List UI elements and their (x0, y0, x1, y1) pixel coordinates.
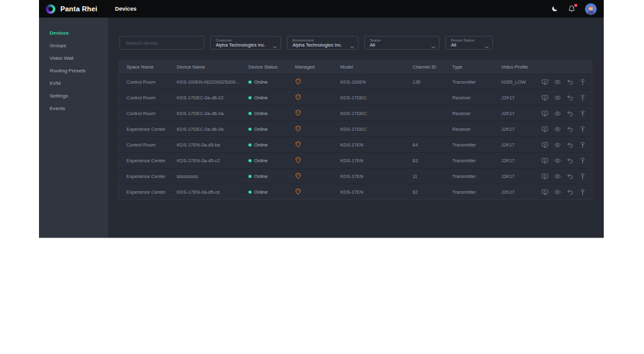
cell-device-name: KDS-17DEC-0a-d6-0a (177, 111, 248, 116)
page: Panta Rhei Devices (0, 0, 644, 354)
upgrade-icon[interactable] (579, 126, 586, 133)
cell-managed (295, 157, 340, 165)
space-dropdown[interactable]: Space All (364, 36, 440, 50)
upgrade-icon[interactable] (579, 157, 586, 164)
filter-bar: Customer Alpha Technologies Inc. Environ… (119, 36, 493, 50)
reboot-undo-icon[interactable] (567, 94, 574, 101)
sidebar-item-kvm[interactable]: KVM (39, 77, 108, 90)
table-body: Control RoomKDS-100EN-062200025000...Onl… (119, 74, 592, 199)
cell-device-status: Online (248, 126, 295, 132)
cell-managed (295, 109, 340, 118)
table-row[interactable]: Control RoomKDS-100EN-062200025000...Onl… (119, 74, 592, 89)
status-label: Online (254, 111, 268, 116)
cell-channel-id: 11 (413, 174, 452, 179)
table-row[interactable]: Control RoomKDS-17DEC-0a-d6-0aOnlineKDS-… (119, 105, 592, 121)
cell-channel-id: 64 (413, 142, 452, 148)
online-status-dot (248, 112, 252, 115)
cell-model: KDS-100EN (340, 79, 413, 85)
online-status-dot (248, 143, 252, 147)
upgrade-icon[interactable] (579, 189, 586, 196)
remote-screen-icon[interactable] (541, 94, 548, 101)
upgrade-icon[interactable] (579, 141, 586, 148)
cell-type: Receiver (452, 126, 501, 132)
search-input[interactable] (119, 36, 204, 50)
remote-screen-icon[interactable] (541, 79, 548, 86)
view-eye-icon[interactable] (554, 189, 561, 196)
chevron-down-icon (272, 41, 277, 46)
remote-screen-icon[interactable] (541, 173, 548, 180)
sidebar-item-groups[interactable]: Groups (39, 40, 108, 52)
column-header: Type (452, 64, 501, 70)
remote-screen-icon[interactable] (541, 157, 548, 164)
cell-type: Receiver (452, 95, 501, 101)
sidebar-item-routing-presets[interactable]: Routing Presets (39, 65, 108, 77)
table-row[interactable]: Control RoomKDS-17DEC-0a-d6-02OnlineKDS-… (119, 89, 592, 105)
environment-dropdown[interactable]: Environment Alpha Technologies Inc. (287, 36, 358, 50)
chevron-down-icon (431, 41, 436, 46)
cell-model: KDS-17EN (340, 158, 413, 163)
status-label: Online (254, 189, 268, 195)
device-status-dropdown[interactable]: Device Status All (445, 36, 493, 50)
cell-managed (295, 141, 340, 149)
online-status-dot (248, 191, 252, 194)
chevron-down-icon (484, 41, 489, 46)
cell-device-name: KDS-17DEC-0a-d6-02 (177, 95, 248, 101)
view-eye-icon[interactable] (554, 126, 561, 133)
reboot-undo-icon[interactable] (567, 189, 574, 196)
sidebar-item-settings[interactable]: Settings (39, 90, 108, 102)
bell-icon[interactable] (568, 5, 575, 13)
table-row[interactable]: Control RoomKDS-17EN-0a-d5-beOnlineKDS-1… (119, 136, 592, 152)
brand-name: Panta Rhei (60, 5, 97, 13)
status-label: Online (254, 142, 268, 148)
table-row[interactable]: Experience CenterKDS-17EN-0a-d5-ceOnline… (119, 184, 592, 199)
cell-model: KDS-17EN (340, 189, 413, 195)
table-row[interactable]: Experience CentersssssssssOnlineKDS-17EN… (119, 168, 592, 184)
cell-model: KDS-17EN (340, 142, 413, 148)
reboot-undo-icon[interactable] (567, 79, 574, 86)
remote-screen-icon[interactable] (541, 126, 548, 133)
upgrade-icon[interactable] (579, 79, 586, 86)
sidebar-item-video-wall[interactable]: Video Wall (39, 52, 108, 65)
cell-channel-id: 62 (413, 189, 452, 195)
table-row[interactable]: Experience CenterKDS-17EN-0a-d5-c2Online… (119, 152, 592, 168)
remote-screen-icon[interactable] (541, 141, 548, 148)
view-eye-icon[interactable] (554, 157, 561, 164)
reboot-undo-icon[interactable] (567, 157, 574, 164)
view-eye-icon[interactable] (554, 94, 561, 101)
shield-icon (295, 109, 301, 116)
column-header: Device Status (248, 64, 295, 70)
sidebar-item-events[interactable]: Events (39, 102, 108, 115)
reboot-undo-icon[interactable] (567, 126, 574, 133)
row-actions (541, 79, 592, 86)
status-label: Online (254, 158, 268, 163)
upgrade-icon[interactable] (579, 94, 586, 101)
online-status-dot (248, 175, 252, 178)
upgrade-icon[interactable] (579, 110, 586, 117)
view-eye-icon[interactable] (554, 141, 561, 148)
cell-channel-id: 63 (413, 158, 452, 163)
customer-dropdown[interactable]: Customer Alpha Technologies Inc. (210, 36, 281, 50)
reboot-undo-icon[interactable] (567, 110, 574, 117)
avatar[interactable] (585, 3, 597, 15)
shield-icon (295, 78, 301, 85)
table-header: Space NameDevice NameDevice StatusManage… (119, 60, 592, 74)
column-header: Video Profile (501, 64, 541, 70)
view-eye-icon[interactable] (554, 110, 561, 117)
remote-screen-icon[interactable] (541, 189, 548, 196)
upgrade-icon[interactable] (579, 173, 586, 180)
topbar: Panta Rhei Devices (39, 0, 604, 18)
cell-video-profile: J2K17 (501, 142, 541, 148)
view-eye-icon[interactable] (554, 79, 561, 86)
cell-type: Receiver (452, 111, 501, 116)
moon-icon[interactable] (551, 5, 558, 13)
table-row[interactable]: Experience CenterKDS-17DEC-0a-d6-0eOnlin… (119, 121, 592, 136)
reboot-undo-icon[interactable] (567, 173, 574, 180)
cell-model: KDS-17DEC (340, 95, 413, 101)
sidebar-item-devices[interactable]: Devices (39, 27, 108, 40)
remote-screen-icon[interactable] (541, 110, 548, 117)
view-eye-icon[interactable] (554, 173, 561, 180)
reboot-undo-icon[interactable] (567, 141, 574, 148)
shield-icon (295, 125, 301, 132)
cell-device-name: KDS-17EN-0a-d5-c2 (177, 158, 248, 163)
shield-icon (295, 157, 301, 163)
